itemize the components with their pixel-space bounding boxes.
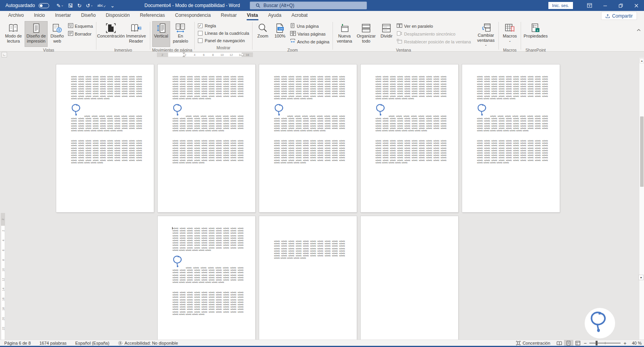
title-bar: Autoguardado ✎⌄🖫↻↺⌄abc✓⌄ Documento4 - Mo… [0,0,644,11]
tab-disposicion[interactable]: Disposición [101,11,135,20]
share-button[interactable]: Compartir [601,12,637,20]
ribbon-group-mostrar: ✓ReglaLíneas de la cuadrículaPanel de na… [195,20,252,51]
print-layout-button[interactable] [564,340,573,346]
tab-inicio[interactable]: Inicio [29,11,50,20]
group-divider [521,22,521,50]
collapse-ribbon-icon[interactable] [637,28,641,32]
diseno-web-button[interactable]: Diseñoweb [48,21,66,47]
h-ruler-right-margin: 16 [242,52,253,57]
propiedades-button[interactable]: sPropiedades [523,21,548,47]
word-count[interactable]: 1674 palabras [35,341,71,345]
document-page-1[interactable]: solvetic solvetic solvetic solvetic solv… [56,64,154,212]
restore-icon[interactable] [613,0,628,11]
100-button[interactable]: 100100% [272,21,288,47]
esquema-button[interactable]: Esquema [67,23,94,29]
tab-ayuda[interactable]: Ayuda [263,11,286,20]
first-line-indent-marker[interactable] [182,52,185,54]
vertical-ruler[interactable]: 2 246810121416182022 [1,213,5,340]
tab-archivo[interactable]: Archivo [3,11,29,20]
ver-en-paralelo-button[interactable]: Ver en paralelo [395,23,472,29]
varias-paginas-button[interactable]: Varias páginas [289,30,331,37]
h-ruler-number: 10 [221,53,224,57]
document-page-4[interactable]: solvetic solvetic solvetic solvetic solv… [361,64,458,212]
concentracion-label: Concentración [97,34,125,39]
zoom-percentage[interactable]: 40 % [628,341,642,345]
document-page-7[interactable]: solvetic solvetic solvetic solvetic solv… [259,216,357,340]
spellcheck-icon[interactable]: abc✓ [98,4,106,7]
ribbon-group-inmersivo: ConcentraciónImmersiveReaderInmersivo [97,20,149,51]
minimize-icon[interactable] [597,0,613,11]
vertical-button[interactable]: Vertical [152,21,170,47]
vertical-scrollbar[interactable]: ▲ [639,58,644,340]
customize-toolbar-icon[interactable]: ⌄ [110,3,115,8]
tab-revisar[interactable]: Revisar [216,11,242,20]
lineas-de-la-cuadricula-checkbox[interactable]: Líneas de la cuadrícula [197,30,251,36]
tab-referencias[interactable]: Referencias [135,11,170,20]
document-page-6[interactable]: solvetic solvetic solvetic solvetic solv… [158,216,255,340]
tab-stop-selector[interactable]: ∟ [2,52,7,57]
diseno-de-impresion-button[interactable]: Diseño deimpresión [25,21,48,47]
read-mode-button[interactable] [555,340,564,346]
search-box[interactable]: Buscar (Alt+Q) [250,2,367,9]
paragraph: solvetic solvetic solvetic solvetic solv… [173,140,244,164]
panel-de-navegacion-checkbox[interactable]: Panel de navegación [197,38,251,44]
zoom-slider-thumb[interactable] [596,341,598,345]
scroll-up-icon[interactable]: ▲ [640,58,644,63]
scrollbar-thumb[interactable] [640,116,644,187]
outline-list-icon [68,23,73,29]
document-page-2[interactable]: solvetic solvetic solvetic solvetic solv… [158,64,255,212]
autosave-toggle[interactable] [39,3,49,8]
dividir-button[interactable]: Dividir [378,21,395,47]
scroll-down-icon[interactable]: ▼ [639,275,644,280]
nueva-ventana-button[interactable]: Nuevaventana [335,21,354,47]
ribbon-group-extra: Cambiarventanas⌄ [474,20,498,51]
document-title: Documento4 - Modo de compatibilidad - Wo… [144,0,240,11]
tab-correspondencia[interactable]: Correspondencia [170,11,215,20]
close-icon[interactable] [628,0,644,11]
document-area: 2 246810121416182022 solvetic solvetic s… [0,58,639,340]
en-paralelo-button[interactable]: Enparalelo [171,21,190,47]
esquema-label: Esquema [75,24,93,29]
regla-checkbox[interactable]: ✓Regla [197,23,251,29]
save-icon[interactable]: 🖫 [68,3,73,8]
zoom-in-button[interactable]: + [622,340,628,346]
tab-acrobat[interactable]: Acrobat [286,11,313,20]
modo-de-lectura-button[interactable]: Modo delectura [3,21,24,47]
paragraph: solvetic solvetic solvetic solvetic solv… [375,76,447,100]
page-indicator[interactable]: Página 6 de 8 [0,341,35,345]
language-indicator[interactable]: Español (España) [71,341,114,345]
pen-tool-icon[interactable]: ✎⌄ [56,3,64,8]
zoom-slider[interactable] [589,343,621,343]
borrador-button[interactable]: Borrador [67,30,94,37]
cambiar-ventanas-button[interactable]: Cambiarventanas⌄ [475,21,497,47]
h-ruler-number: 4 [194,53,195,57]
chevron-down-icon: ⌄ [509,39,511,43]
ribbon-display-options-icon[interactable] [582,0,597,11]
sign-in-button[interactable]: Inic. ses. [548,2,573,9]
organizar-todo-button[interactable]: Organizartodo [355,21,377,47]
focus-mode-button[interactable]: Concentración [512,341,555,345]
immersive-reader-button[interactable]: ImmersiveReader [124,21,148,47]
macros-button[interactable]: Macros⌄ [501,21,519,47]
accessibility-status[interactable]: Accesibilidad: No disponible [114,341,182,345]
tab-insertar[interactable]: Insertar [50,11,76,20]
web-layout-button[interactable] [573,340,583,346]
tab-diseno[interactable]: Diseño [76,11,101,20]
redo-icon[interactable]: ↻ [77,3,82,8]
document-page-5[interactable]: solvetic solvetic solvetic solvetic solv… [462,64,560,212]
ancho-de-pagina-button[interactable]: Ancho de página [289,38,331,45]
document-page-3[interactable]: solvetic solvetic solvetic solvetic solv… [259,64,357,212]
zoom-label: Zoom [257,34,268,39]
concentracion-button[interactable]: Concentración [98,21,123,47]
hanging-indent-marker[interactable] [182,55,185,57]
document-page-8[interactable] [361,216,458,340]
zoom-out-button[interactable]: − [583,340,588,346]
undo-icon[interactable]: ↺⌄ [86,3,93,8]
accessibility-icon [118,341,123,345]
text-cursor [172,227,173,229]
zoom-button[interactable]: Zoom [254,21,271,47]
tab-vista[interactable]: Vista [242,11,263,20]
una-pagina-button[interactable]: Una página [289,23,331,29]
horizontal-ruler[interactable]: 2246810121416 [157,52,253,57]
view-side-by-side-icon [397,23,402,29]
